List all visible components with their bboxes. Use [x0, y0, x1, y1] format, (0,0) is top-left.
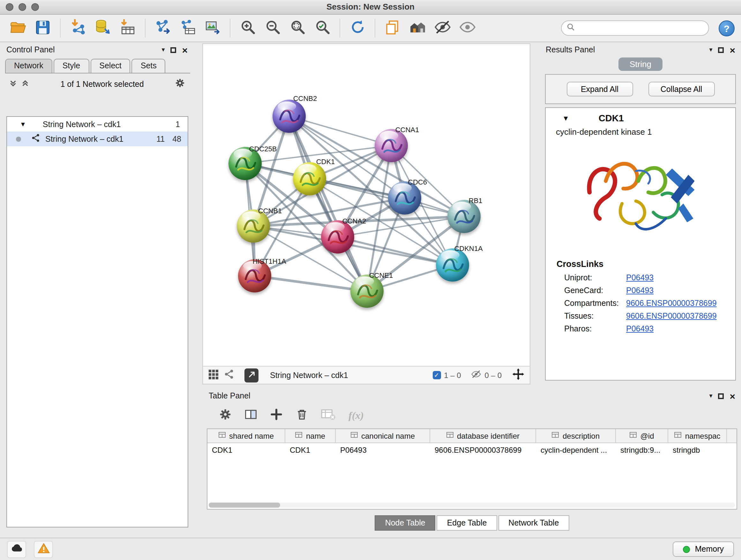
close-panel-icon[interactable]: × — [730, 45, 735, 55]
zoom-in-icon — [239, 18, 256, 38]
float-panel-icon[interactable] — [718, 47, 724, 53]
network-row-selected[interactable]: String Network – cdk1 11 48 — [7, 132, 188, 146]
tab-select[interactable]: Select — [90, 59, 131, 73]
network-node-CCNE1[interactable] — [350, 274, 384, 308]
hidden-elements-counter: 0 – 0 — [471, 369, 502, 381]
expand-all-button[interactable]: Expand All — [566, 82, 633, 97]
crosslink-value-link[interactable]: P06493 — [626, 286, 654, 295]
network-node-CDKN1A[interactable] — [436, 248, 469, 282]
refresh-network-button[interactable] — [346, 17, 369, 40]
network-node-CCNB2[interactable] — [273, 100, 306, 133]
toolbar-separator — [230, 18, 230, 38]
add-column-icon[interactable] — [270, 408, 283, 423]
network-node-CCNA1[interactable] — [375, 129, 408, 162]
expand-all-tree-icon[interactable] — [9, 79, 17, 89]
column-header-description[interactable]: description — [536, 429, 616, 442]
crosslink-label: Compartments: — [564, 299, 626, 308]
network-edge[interactable] — [289, 116, 367, 291]
collapse-panel-icon[interactable]: ▾ — [709, 47, 712, 53]
network-node-RB1[interactable] — [448, 200, 481, 233]
tab-network[interactable]: Network — [5, 59, 52, 73]
import-network-database-button[interactable] — [91, 17, 114, 40]
warnings-button[interactable] — [34, 541, 53, 558]
column-header-shared-name[interactable]: shared name — [207, 429, 285, 442]
crosslink-value-link[interactable]: 9606.ENSP00000378699 — [626, 312, 717, 320]
export-network-icon — [154, 18, 172, 38]
fit-content-button[interactable] — [512, 368, 525, 382]
zoom-selected-icon — [314, 18, 331, 38]
float-panel-icon[interactable] — [171, 47, 176, 53]
column-header-name[interactable]: name — [285, 429, 336, 442]
import-table-button[interactable] — [116, 17, 139, 40]
memory-button[interactable]: Memory — [673, 542, 734, 557]
selected-checkbox-icon[interactable]: ✓ — [432, 371, 441, 379]
export-image-button[interactable] — [201, 17, 224, 40]
zoom-out-button[interactable] — [261, 17, 284, 40]
export-table-button[interactable] — [176, 17, 199, 40]
crosslink-value-link[interactable]: P06493 — [626, 324, 654, 333]
crosslink-value-link[interactable]: 9606.ENSP00000378699 — [626, 299, 717, 308]
scrollbar-thumb[interactable] — [209, 503, 280, 508]
tab-node-table[interactable]: Node Table — [375, 515, 435, 531]
search-input[interactable] — [578, 23, 703, 33]
tab-edge-table[interactable]: Edge Table — [437, 515, 497, 531]
export-network-button[interactable] — [151, 17, 174, 40]
column-header--id[interactable]: @id — [616, 429, 668, 442]
eye-slash-button[interactable] — [431, 17, 454, 40]
open-session-button[interactable] — [6, 17, 29, 40]
cloud-status-button[interactable] — [7, 541, 26, 558]
delete-column-trash-icon[interactable] — [295, 408, 308, 423]
close-panel-icon[interactable]: × — [730, 391, 735, 401]
float-panel-icon[interactable] — [718, 393, 724, 399]
table-settings-gear-icon[interactable] — [219, 408, 232, 423]
tree-expander-icon[interactable]: ▼ — [20, 121, 26, 128]
memory-label: Memory — [695, 545, 724, 554]
tab-network-table[interactable]: Network Table — [498, 515, 569, 531]
eye-button[interactable] — [456, 17, 479, 40]
collapse-all-button[interactable]: Collapse All — [648, 82, 715, 97]
cloud-icon — [10, 543, 23, 555]
collection-count: 1 — [176, 120, 180, 129]
gene-description: cyclin-dependent kinase 1 — [546, 125, 735, 137]
save-session-button[interactable] — [31, 17, 54, 40]
collapse-panel-icon[interactable]: ▾ — [709, 393, 712, 399]
show-columns-icon[interactable] — [245, 408, 257, 423]
column-header-canonical-name[interactable]: canonical name — [336, 429, 430, 442]
home-button[interactable] — [406, 17, 429, 40]
tab-sets[interactable]: Sets — [132, 59, 165, 73]
collapse-panel-icon[interactable]: ▾ — [161, 47, 165, 53]
network-share-button[interactable] — [224, 369, 234, 381]
gear-icon[interactable] — [175, 78, 185, 90]
node-label-CCNB1: CCNB1 — [258, 207, 282, 214]
network-node-CDK1[interactable] — [293, 162, 326, 195]
copy-document-button[interactable] — [381, 17, 404, 40]
network-canvas[interactable]: CCNB2CCNA1CDC25BCDK1CDC6RB1CCNB1CCNA2CDK… — [203, 44, 530, 366]
minimize-window-button[interactable] — [18, 3, 26, 11]
help-button[interactable]: ? — [719, 20, 735, 36]
zoom-window-button[interactable] — [31, 3, 39, 11]
column-header-namespac[interactable]: namespac — [668, 429, 727, 442]
close-window-button[interactable] — [6, 3, 13, 11]
gene-section-header[interactable]: ▼ CDK1 — [546, 108, 735, 125]
network-node-CCNA2[interactable] — [321, 220, 354, 253]
column-type-icon — [552, 431, 559, 441]
folder-open-icon — [9, 18, 26, 38]
crosslink-value-link[interactable]: P06493 — [626, 273, 654, 282]
tab-style[interactable]: Style — [54, 59, 89, 73]
close-panel-icon[interactable]: × — [182, 45, 188, 55]
birds-eye-view-button[interactable] — [208, 369, 219, 381]
zoom-fit-button[interactable] — [286, 17, 309, 40]
collapse-all-tree-icon[interactable] — [21, 79, 29, 89]
network-collection-row[interactable]: ▼ String Network – cdk1 1 — [7, 117, 188, 132]
column-header-database-identifier[interactable]: database identifier — [430, 429, 536, 442]
open-in-new-window-button[interactable] — [245, 368, 259, 382]
table-row[interactable]: CDK1CDK1P064939606.ENSP00000378699cyclin… — [207, 443, 737, 457]
tab-string[interactable]: String — [618, 57, 663, 71]
control-panel-header: Control Panel ▾ × — [4, 44, 190, 56]
network-node-CDC6[interactable] — [388, 181, 421, 214]
section-expander-icon[interactable]: ▼ — [562, 114, 569, 122]
zoom-selected-button[interactable] — [311, 17, 334, 40]
zoom-in-button[interactable] — [236, 17, 259, 40]
import-network-file-button[interactable] — [66, 17, 89, 40]
current-network-dot — [16, 136, 21, 141]
